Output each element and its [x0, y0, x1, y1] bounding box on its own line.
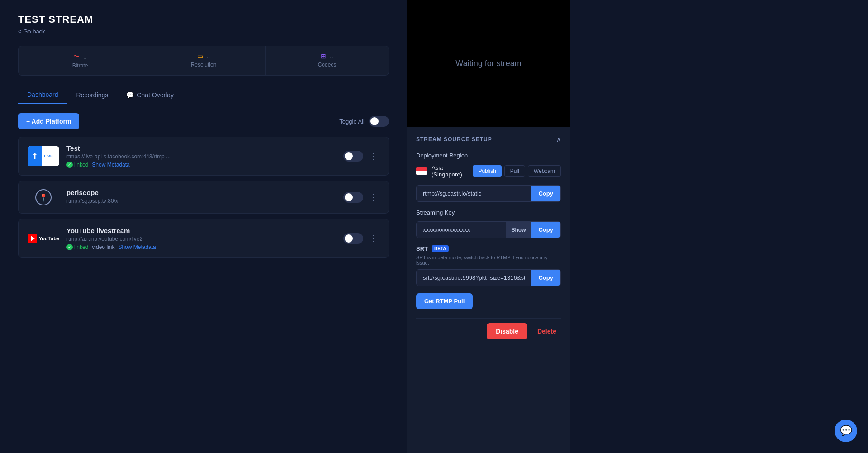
- resolution-icon: ▭: [197, 52, 203, 60]
- youtube-logo: YouTube: [28, 234, 59, 243]
- srt-url-input[interactable]: [417, 270, 531, 286]
- toggle-all-label: Toggle All: [339, 118, 365, 125]
- youtube-platform-info: YouTube livestream rtmp://a.rtmp.youtube…: [66, 227, 336, 250]
- rtmp-url-row: Copy: [416, 185, 561, 202]
- stat-codecs: ⊞ .. Codecs: [266, 46, 389, 75]
- srt-note: SRT is in beta mode, switch back to RTMP…: [416, 255, 561, 266]
- facebook-toggle[interactable]: [343, 151, 363, 162]
- tab-dashboard[interactable]: Dashboard: [18, 86, 67, 104]
- srt-header: SRT BETA: [416, 245, 561, 252]
- youtube-linked-badge: linked: [66, 244, 88, 250]
- resolution-label: Resolution: [191, 62, 217, 68]
- periscope-platform-url: rtmp://sg.pscp.tv:80/x: [66, 198, 336, 204]
- periscope-platform-actions: ⋮: [343, 191, 379, 204]
- page-title: TEST STREAM: [18, 14, 389, 25]
- platform-card-youtube: YouTube YouTube livestream rtmp://a.rtmp…: [18, 219, 389, 258]
- singapore-flag: [416, 167, 427, 175]
- platform-card-facebook: f LIVE Test rtmps://live-api-s.facebook.…: [18, 137, 389, 176]
- get-rtmp-pull-button[interactable]: Get RTMP Pull: [416, 293, 473, 309]
- waiting-text: Waiting for stream: [455, 59, 521, 68]
- copy-key-button[interactable]: Copy: [531, 222, 561, 238]
- pull-button[interactable]: Pull: [504, 165, 525, 177]
- stream-setup-panel: STREAM SOURCE SETUP ∧ Deployment Region …: [407, 127, 570, 453]
- periscope-logo: 📍: [28, 189, 59, 205]
- youtube-show-metadata[interactable]: Show Metadata: [118, 244, 156, 250]
- srt-section: SRT BETA SRT is in beta mode, switch bac…: [416, 245, 561, 286]
- facebook-platform-info: Test rtmps://live-api-s.facebook.com:443…: [66, 144, 336, 168]
- go-back-link[interactable]: < Go back: [18, 28, 389, 35]
- beta-badge: BETA: [432, 245, 449, 252]
- periscope-more-menu[interactable]: ⋮: [368, 191, 379, 204]
- webcam-button[interactable]: Webcam: [528, 165, 561, 177]
- streaming-key-input[interactable]: [417, 222, 506, 238]
- show-key-button[interactable]: Show: [506, 222, 531, 238]
- right-panel: Waiting for stream STREAM SOURCE SETUP ∧…: [407, 0, 570, 453]
- youtube-platform-actions: ⋮: [343, 232, 379, 245]
- tab-chat-overlay[interactable]: 💬 Chat Overlay: [117, 86, 183, 104]
- facebook-show-metadata[interactable]: Show Metadata: [92, 162, 129, 168]
- rtmp-url-input[interactable]: [417, 186, 531, 201]
- tab-bar: Dashboard Recordings 💬 Chat Overlay: [18, 86, 389, 104]
- codec-icon: ⊞: [321, 52, 326, 60]
- bitrate-value: ..: [83, 53, 87, 60]
- streaming-key-label: Streaming Key: [416, 209, 561, 216]
- delete-button[interactable]: Delete: [533, 323, 561, 339]
- codecs-value: ..: [330, 52, 333, 60]
- streaming-key-section: Streaming Key Show Copy: [416, 209, 561, 238]
- publish-button[interactable]: Publish: [473, 165, 501, 177]
- resolution-value: ..: [207, 52, 210, 60]
- chat-bubble-button[interactable]: 💬: [835, 420, 857, 442]
- platform-card-periscope: 📍 periscope rtmp://sg.pscp.tv:80/x ⋮: [18, 181, 389, 214]
- add-platform-button[interactable]: + Add Platform: [18, 113, 79, 129]
- region-buttons: Publish Pull Webcam: [473, 165, 561, 177]
- bitrate-label: Bitrate: [72, 62, 88, 69]
- srt-url-row: Copy: [416, 269, 561, 286]
- collapse-icon[interactable]: ∧: [556, 136, 561, 143]
- facebook-platform-actions: ⋮: [343, 149, 379, 163]
- stream-preview: Waiting for stream: [407, 0, 570, 127]
- rtmp-copy-button[interactable]: Copy: [531, 186, 561, 201]
- platform-controls: + Add Platform Toggle All: [18, 113, 389, 129]
- facebook-platform-name: Test: [66, 144, 336, 152]
- srt-label: SRT: [416, 245, 428, 252]
- setup-header: STREAM SOURCE SETUP ∧: [416, 136, 561, 143]
- stat-bitrate: 〜 .. Bitrate: [19, 46, 142, 75]
- youtube-platform-url: rtmp://a.rtmp.youtube.com/live2: [66, 236, 336, 242]
- youtube-more-menu[interactable]: ⋮: [368, 232, 379, 245]
- facebook-live-logo: f LIVE: [28, 146, 59, 166]
- region-name: Asia (Singapore): [432, 164, 468, 178]
- srt-copy-button[interactable]: Copy: [531, 270, 561, 286]
- bitrate-icon: 〜: [73, 52, 80, 61]
- region-row: Asia (Singapore) Publish Pull Webcam: [416, 164, 561, 178]
- chat-bubble-icon: 💬: [840, 425, 852, 437]
- stat-resolution: ▭ .. Resolution: [142, 46, 266, 75]
- facebook-linked-badge: linked: [66, 162, 88, 168]
- bottom-actions: Disable Delete: [416, 318, 561, 339]
- deployment-region-label: Deployment Region: [416, 152, 561, 159]
- periscope-toggle[interactable]: [343, 192, 363, 203]
- periscope-platform-name: periscope: [66, 189, 336, 196]
- codecs-label: Codecs: [318, 62, 337, 68]
- streaming-key-row: Show Copy: [416, 221, 561, 238]
- disable-button[interactable]: Disable: [487, 323, 527, 339]
- youtube-toggle[interactable]: [343, 233, 363, 244]
- facebook-platform-url: rtmps://live-api-s.facebook.com:443/rtmp…: [66, 153, 336, 160]
- stats-bar: 〜 .. Bitrate ▭ .. Resolution ⊞ .. Codecs: [18, 46, 389, 76]
- tab-recordings[interactable]: Recordings: [67, 86, 118, 104]
- facebook-more-menu[interactable]: ⋮: [368, 149, 379, 163]
- youtube-video-link[interactable]: video link: [92, 244, 114, 250]
- setup-title: STREAM SOURCE SETUP: [416, 136, 492, 143]
- youtube-platform-name: YouTube livestream: [66, 227, 336, 234]
- toggle-all-switch[interactable]: [369, 116, 389, 127]
- periscope-platform-info: periscope rtmp://sg.pscp.tv:80/x: [66, 189, 336, 206]
